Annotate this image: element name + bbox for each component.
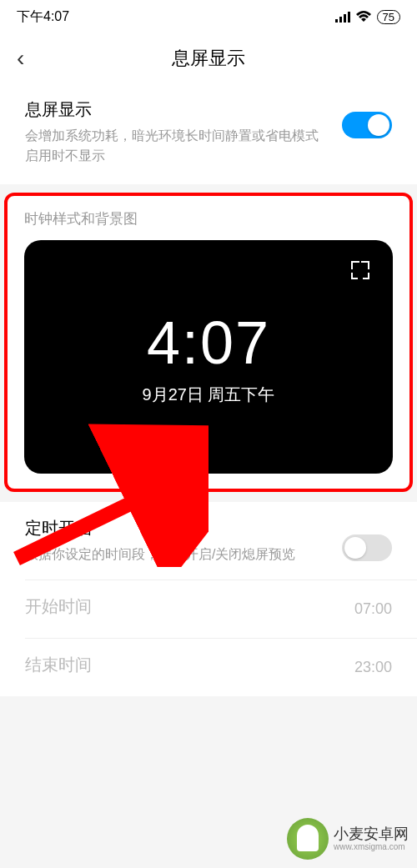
expand-icon[interactable] [351, 261, 369, 279]
back-button[interactable]: ‹ [17, 45, 24, 72]
status-icons: 75 [335, 10, 400, 24]
schedule-title: 定时开启 [25, 517, 325, 539]
watermark-url: www.xmsigma.com [334, 842, 409, 851]
signal-icon [335, 11, 350, 23]
page-title: 息屏显示 [172, 46, 245, 71]
aod-toggle-switch[interactable] [342, 112, 392, 138]
status-time: 下午4:07 [17, 8, 69, 26]
preview-time: 4:07 [147, 309, 270, 377]
watermark-name: 小麦安卓网 [334, 826, 409, 843]
svg-rect-0 [335, 19, 338, 23]
schedule-section: 定时开启 根据你设定的时间段，自动开启/关闭熄屏预览 开始时间 07:00 结束… [0, 502, 417, 696]
clock-style-label: 时钟样式和背景图 [24, 209, 393, 228]
aod-toggle-title: 息屏显示 [25, 98, 325, 121]
aod-toggle-section: 息屏显示 会增加系统功耗，暗光环境长时间静置或省电模式启用时不显示 [0, 83, 417, 184]
schedule-desc: 根据你设定的时间段，自动开启/关闭熄屏预览 [25, 544, 325, 564]
watermark-logo-icon [287, 818, 329, 860]
start-time-row[interactable]: 开始时间 07:00 [0, 580, 417, 638]
end-time-value: 23:00 [354, 659, 392, 676]
end-time-label: 结束时间 [25, 654, 92, 676]
start-time-label: 开始时间 [25, 595, 92, 618]
battery-icon: 75 [377, 10, 400, 24]
watermark: 小麦安卓网 www.xmsigma.com [287, 818, 409, 860]
clock-style-section: 时钟样式和背景图 4:07 9月27日 周五下午 [4, 193, 413, 492]
clock-preview-card[interactable]: 4:07 9月27日 周五下午 [24, 240, 393, 474]
svg-rect-1 [339, 17, 342, 23]
schedule-toggle-switch[interactable] [342, 534, 392, 561]
preview-date: 9月27日 周五下午 [143, 384, 275, 406]
aod-toggle-desc: 会增加系统功耗，暗光环境长时间静置或省电模式启用时不显示 [25, 126, 325, 166]
header: ‹ 息屏显示 [0, 33, 417, 83]
svg-rect-2 [344, 14, 346, 23]
end-time-row[interactable]: 结束时间 23:00 [0, 639, 417, 696]
status-bar: 下午4:07 75 [0, 0, 417, 33]
svg-rect-3 [348, 12, 350, 23]
wifi-icon [355, 11, 372, 23]
schedule-toggle-row: 定时开启 根据你设定的时间段，自动开启/关闭熄屏预览 [0, 502, 417, 580]
start-time-value: 07:00 [354, 600, 392, 618]
